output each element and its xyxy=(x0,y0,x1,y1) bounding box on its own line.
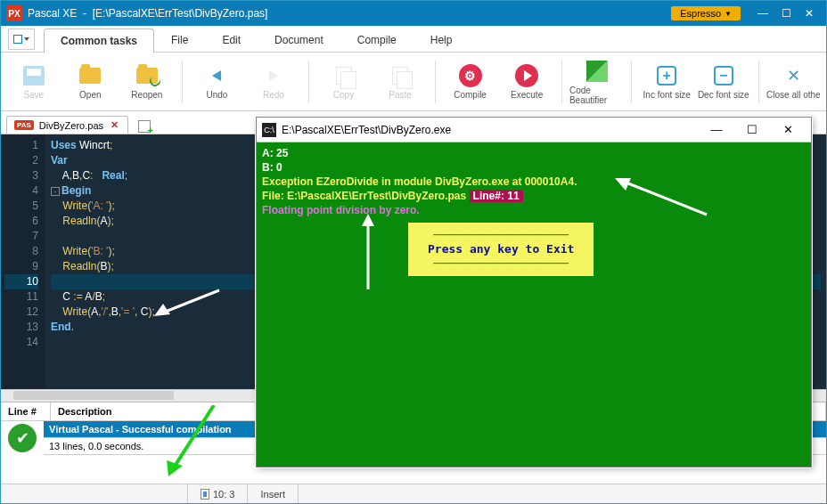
compile-icon: ⚙ xyxy=(459,64,482,87)
insert-mode[interactable]: Insert xyxy=(248,484,299,503)
beautifier-button[interactable]: Code Beautifier xyxy=(569,56,625,108)
leaf-icon xyxy=(586,61,608,82)
file-tab[interactable]: PAS DivByZero.pas ✕ xyxy=(6,116,128,134)
minimize-button[interactable]: — xyxy=(751,5,774,21)
paste-icon xyxy=(392,67,408,85)
console-window[interactable]: C:\ E:\PascalXE\ErrTest\DivByZero.exe — … xyxy=(256,117,812,467)
undo-icon xyxy=(212,70,221,81)
redo-icon xyxy=(269,70,278,81)
reopen-button[interactable]: Reopen xyxy=(119,56,175,108)
cursor-position: 10: 3 xyxy=(188,484,248,503)
execute-button[interactable]: Execute xyxy=(499,56,554,108)
file-type-badge: PAS xyxy=(14,120,34,130)
copy-icon xyxy=(336,67,352,85)
close-all-button[interactable]: ✕Close all othe xyxy=(766,56,822,108)
menu-bar: Common tasksFileEditDocumentCompileHelp xyxy=(1,26,826,53)
status-bar: 10: 3 Insert xyxy=(1,484,826,503)
console-line: B: 0 xyxy=(262,160,806,175)
save-icon xyxy=(23,66,45,85)
console-maximize[interactable]: ☐ xyxy=(734,120,770,140)
console-close[interactable]: ✕ xyxy=(770,120,806,140)
line-gutter: 1234567891011121314 xyxy=(1,134,45,389)
save-button[interactable]: Save xyxy=(6,56,61,108)
success-check-icon: ✔ xyxy=(8,424,37,452)
console-output: A: 25 B: 0 Exception EZeroDivide in modu… xyxy=(257,142,811,467)
window-title: Pascal XE - [E:\PascalXE\ErrTest\DivByZe… xyxy=(28,7,671,20)
paste-button[interactable]: Paste xyxy=(373,56,428,108)
console-line: Exception EZeroDivide in module DivByZer… xyxy=(262,175,806,189)
redo-button[interactable]: Redo xyxy=(246,56,301,108)
view-mode-button[interactable] xyxy=(8,28,35,50)
close-all-icon: ✕ xyxy=(784,67,802,85)
folder-icon xyxy=(79,68,101,84)
undo-button[interactable]: Undo xyxy=(190,56,245,108)
toolbar: Save Open Reopen Undo Redo Copy Paste ⚙C… xyxy=(1,53,826,111)
console-line: A: 25 xyxy=(262,146,806,160)
cursor-icon xyxy=(201,489,209,500)
menu-tab-compile[interactable]: Compile xyxy=(340,28,414,52)
titlebar: PX Pascal XE - [E:\PascalXE\ErrTest\DivB… xyxy=(1,1,826,26)
close-button[interactable]: ✕ xyxy=(798,5,821,21)
svg-marker-7 xyxy=(167,460,183,476)
menu-tab-help[interactable]: Help xyxy=(414,28,470,52)
console-line: Floating point division by zero. xyxy=(262,203,806,217)
minus-icon: − xyxy=(714,66,733,85)
console-minimize[interactable]: — xyxy=(699,120,734,140)
copy-button[interactable]: Copy xyxy=(316,56,372,108)
inc-font-button[interactable]: +Inc font size xyxy=(639,56,694,108)
menu-tab-edit[interactable]: Edit xyxy=(205,28,258,52)
console-title: E:\PascalXE\ErrTest\DivByZero.exe xyxy=(282,124,451,136)
new-file-button[interactable] xyxy=(137,119,151,134)
menu-tab-document[interactable]: Document xyxy=(258,28,340,52)
theme-dropdown[interactable]: Espresso▼ xyxy=(671,6,741,20)
col-line-header: Line # xyxy=(1,402,51,420)
compile-button[interactable]: ⚙Compile xyxy=(443,56,498,108)
exit-prompt: ───────────────────── Press any key to E… xyxy=(408,223,594,276)
app-logo: PX xyxy=(6,5,22,21)
dec-font-button[interactable]: −Dec font size xyxy=(696,56,751,108)
file-tab-name: DivByZero.pas xyxy=(39,120,103,131)
play-icon xyxy=(515,64,538,87)
maximize-button[interactable]: ☐ xyxy=(774,5,798,21)
console-line: File: E:\PascalXE\ErrTest\DivByZero.pas … xyxy=(262,189,806,203)
menu-tab-file[interactable]: File xyxy=(154,28,205,52)
open-button[interactable]: Open xyxy=(63,56,119,108)
file-tab-close[interactable]: ✕ xyxy=(109,119,120,131)
console-titlebar[interactable]: C:\ E:\PascalXE\ErrTest\DivByZero.exe — … xyxy=(257,118,811,142)
console-icon: C:\ xyxy=(262,123,276,137)
reopen-icon xyxy=(136,68,158,84)
plus-icon: + xyxy=(657,66,676,85)
menu-tab-common-tasks[interactable]: Common tasks xyxy=(44,28,154,53)
annotation-arrow-icon xyxy=(346,214,390,294)
